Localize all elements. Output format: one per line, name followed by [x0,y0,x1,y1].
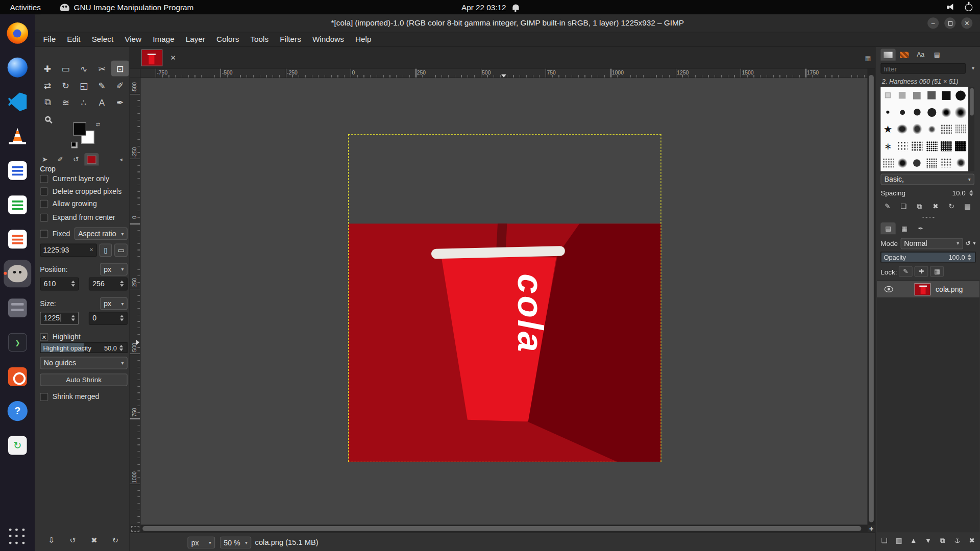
brush-thumb[interactable] [953,87,968,104]
maximize-button[interactable] [944,17,955,29]
minimize-button[interactable]: – [927,17,939,29]
ink-tool-button[interactable]: ✒ [111,94,129,110]
clock-menu[interactable]: Apr 22 03:12 [461,3,519,12]
dock-item-vscode[interactable] [4,88,31,116]
raise-layer-button[interactable]: ▲ [908,535,920,546]
edit-brush-button[interactable]: ✎ [880,201,894,212]
horizontal-scrollbar[interactable] [141,525,868,533]
spinner[interactable] [70,315,76,321]
horizontal-scrollbar-thumb[interactable] [142,526,861,531]
position-y-field[interactable]: 256 [89,277,128,290]
brush-thumb[interactable]: ★ [880,120,895,137]
layer-opacity-slider[interactable]: Opacity 100.0 [880,252,975,262]
zoom-tool-button[interactable] [39,111,56,127]
tab-paths[interactable]: ✒ [913,222,928,234]
spinner[interactable] [118,344,124,350]
scissors-tool-button[interactable]: ✂ [93,61,110,77]
size-height-field[interactable]: 0 [89,311,128,324]
brush-thumb[interactable] [939,104,954,120]
brush-thumb[interactable] [953,137,968,154]
highlight-opacity-slider[interactable]: Highlight opacity 50.0 [40,342,127,353]
menu-layer[interactable]: Layer [180,33,211,46]
delete-preset-button[interactable]: ✖ [86,535,102,546]
brush-thumb[interactable] [880,87,895,104]
lower-layer-button[interactable]: ▼ [922,535,934,546]
rectangle-select-tool-button[interactable]: ▭ [57,61,74,77]
brush-thumb[interactable] [880,154,895,171]
new-layer-group-button[interactable]: ▥ [893,535,905,546]
dock-item-software[interactable] [4,363,31,390]
layer-row-cola[interactable]: cola.png [877,281,979,297]
position-unit-dropdown[interactable]: px ▾ [100,263,128,276]
brush-thumb[interactable] [895,154,910,171]
expand-from-center-checkbox[interactable] [40,213,48,221]
brush-filter-input[interactable] [884,64,962,73]
brush-grid-scrollbar-thumb[interactable] [970,88,973,116]
brush-thumb[interactable] [939,154,954,171]
menu-filters[interactable]: Filters [274,33,307,46]
menu-tools[interactable]: Tools [244,33,274,46]
auto-shrink-button[interactable]: Auto Shrink [40,373,127,386]
reset-tool-button[interactable]: ↻ [108,535,124,546]
spinner[interactable] [119,281,125,287]
dock-item-help[interactable]: ? [4,397,31,425]
brush-thumb[interactable]: ∗ [880,137,895,154]
fixed-checkbox[interactable] [40,230,48,238]
spinner[interactable] [968,190,974,196]
dockable-menu-chevron-icon[interactable]: ▾ [969,63,977,74]
size-width-field[interactable]: 1225 [40,311,79,324]
brush-thumb[interactable] [953,104,968,120]
brush-thumb[interactable] [924,104,939,120]
brush-thumb[interactable] [910,154,924,171]
dock-item-files[interactable] [4,294,31,322]
landscape-orientation-button[interactable]: ▭ [114,243,127,257]
highlight-checkbox[interactable]: ✕ [40,333,48,341]
new-layer-button[interactable]: ❏ [878,535,890,546]
dock-item-gimp[interactable] [4,260,31,287]
pencil-tool-button[interactable]: ✎ [93,78,110,93]
layer-visibility-eye-icon[interactable] [885,286,893,292]
refresh-brushes-button[interactable]: ↻ [945,201,959,212]
tab-patterns[interactable] [897,49,912,61]
brush-thumb[interactable] [895,87,910,104]
swap-colors-icon[interactable]: ⇄ [96,122,100,128]
tab-brushes[interactable] [880,49,895,61]
brush-thumb[interactable] [939,120,954,137]
brush-thumb[interactable] [895,137,910,154]
free-select-tool-button[interactable]: ∿ [75,61,92,77]
brush-thumb[interactable] [924,137,939,154]
aspect-ratio-input[interactable]: 1225:93 ✕ [40,243,96,257]
dock-item-messaging[interactable] [4,54,31,81]
dock-item-writer[interactable] [4,157,31,184]
brush-thumb[interactable] [924,154,939,171]
quick-mask-toggle[interactable] [131,526,139,532]
smudge-tool-button[interactable]: ≋ [57,94,74,110]
vertical-scrollbar[interactable] [868,69,875,525]
status-unit-dropdown[interactable]: px ▾ [187,537,215,548]
restore-preset-button[interactable]: ↺ [65,535,81,546]
dock-item-updater[interactable]: ↻ [4,432,31,459]
menu-edit[interactable]: Edit [61,33,86,46]
tab-fonts[interactable]: Aa [913,49,928,61]
position-x-field[interactable]: 610 [40,277,79,290]
dock-item-calc[interactable] [4,191,31,219]
airbrush-tool-button[interactable]: ∴ [75,94,92,110]
brush-filter-field[interactable] [880,63,966,74]
brush-thumb[interactable] [939,87,954,104]
tab-layers[interactable]: ▤ [880,222,895,234]
guides-dropdown[interactable]: No guides ▾ [40,357,127,369]
brush-tag-dropdown[interactable]: Basic, ▾ [880,173,974,185]
flip-tool-button[interactable]: ⇄ [39,78,56,93]
lock-pixels-button[interactable]: ✎ [899,266,913,277]
vertical-scrollbar-thumb[interactable] [869,75,874,522]
open-brush-as-image-button[interactable]: ▦ [961,201,974,212]
portrait-orientation-button[interactable]: ▯ [99,243,112,257]
brush-thumb[interactable] [924,87,939,104]
mode-group-chevron-icon[interactable]: ▾ [973,240,976,246]
close-button[interactable]: ✕ [961,17,972,29]
brush-thumb[interactable] [939,137,954,154]
spinner[interactable] [119,315,125,321]
tab-strip-menu-icon[interactable]: ▦ [863,53,872,62]
brush-thumb[interactable] [895,104,910,120]
duplicate-layer-button[interactable]: ⧉ [937,535,949,546]
